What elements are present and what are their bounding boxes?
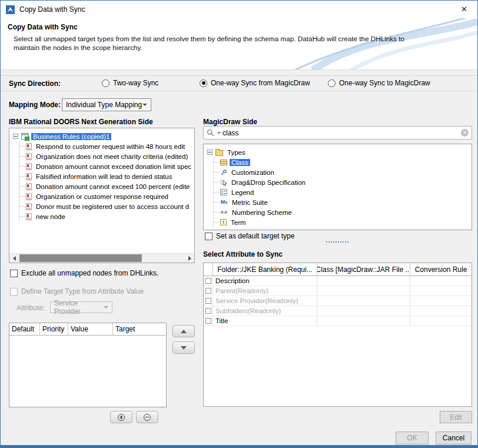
tree-item[interactable]: Organization does not meet charity crite… [19,151,194,161]
clear-search-icon[interactable]: ✕ [461,129,469,137]
tree-item[interactable]: Organization or customer response requir… [19,191,194,201]
scroll-right-button[interactable] [185,254,194,263]
radio-icon-selected[interactable] [200,79,207,87]
tree-item-customization[interactable]: Customization [214,167,472,177]
exclude-unmapped-checkbox[interactable] [10,270,18,277]
page-title: Copy Data with Sync [8,23,78,31]
radio-icon[interactable] [102,79,109,87]
requirement-icon [26,163,32,170]
default-target-type-checkbox[interactable] [205,233,213,240]
radio-icon[interactable] [328,79,336,87]
tree-item-legend[interactable]: Legend [214,187,472,197]
value-target-table-header: Default Priority Value Target [9,323,166,336]
tree-item-class[interactable]: Class [214,157,472,167]
default-target-type-label: Set as default target type [216,232,294,240]
cancel-button[interactable]: Cancel [436,432,472,444]
default-target-type-checkbox-row[interactable]: Set as default target type [205,232,294,240]
numbering-scheme-icon: #-# [220,209,228,215]
move-down-button[interactable] [172,341,195,354]
legend-icon [220,189,227,195]
doors-tree-children: Respond to customer request within 48 ho… [19,141,194,221]
tree-root-types[interactable]: Types [207,147,472,157]
class-icon [220,160,227,165]
attribute-value: Service Provider [54,299,104,316]
plus-icon [118,414,125,421]
doors-side-heading: IBM Rational DOORS Next Generation Side [9,118,153,126]
define-target-type-checkbox[interactable] [10,288,18,296]
define-target-type-checkbox-row[interactable]: Define Target Type from Attribute Value [10,287,144,296]
tree-item[interactable]: Donor must be registered user to access … [19,201,194,211]
col-header-folder[interactable]: Folder::/JKE Banking (Requi... [213,263,317,276]
search-scope-chevron-icon[interactable] [217,132,221,134]
folder-icon [215,150,223,156]
add-row-button[interactable] [110,411,132,423]
ok-button[interactable]: OK [396,432,429,444]
doors-tree-panel: Business Rules (copied)1 Respond to cust… [9,128,195,263]
attribute-table-header: Folder::/JKE Banking (Requi... Class [Ma… [204,263,472,276]
search-input[interactable] [223,129,461,137]
mapping-mode-select[interactable]: Individual Type Mapping [62,98,151,111]
types-tree-panel: Types Class Customization [203,144,472,230]
down-arrow-icon [181,346,187,350]
tree-root-business-rules[interactable]: Business Rules (copied)1 [13,131,194,141]
tree-item-dragdrop-specification[interactable]: Drag&Drop Specification [214,177,472,187]
col-header-value[interactable]: Value [68,323,113,336]
exclude-unmapped-label: Exclude all unmapped nodes from DHLinks. [21,269,158,277]
scrollbar-thumb[interactable] [19,254,142,262]
scroll-left-button[interactable] [9,254,19,263]
col-header-default[interactable]: Default [9,323,40,336]
title-bar: Copy Data with Sync ✕ [1,1,477,18]
attr-row-checkbox[interactable] [205,318,211,324]
radio-one-way-from-magicdraw[interactable]: One-way Sync from MagicDraw [200,79,310,87]
attr-row-checkbox[interactable] [205,298,211,304]
radio-one-way-to-magicdraw[interactable]: One-way Sync to MagicDraw [328,79,430,87]
value-target-table: Default Priority Value Target [9,323,167,407]
tree-item[interactable]: Donation amount cannot exceed 100 percen… [19,181,194,191]
attr-row-service-provider[interactable]: Service Provider(Readonly) [204,296,472,306]
dotted-splitter-handle[interactable] [326,241,348,243]
doors-module-icon [21,133,29,140]
move-up-button[interactable] [172,325,195,337]
edit-button[interactable]: Edit [440,411,472,423]
attr-row-checkbox[interactable] [205,288,211,294]
attr-row-checkbox[interactable] [205,278,211,284]
tree-item-numbering-scheme[interactable]: #-# Numbering Scheme [214,207,472,217]
attr-row-description[interactable]: Description [204,276,472,286]
chevron-down-icon [104,306,108,308]
remove-row-button[interactable] [136,411,158,423]
radio-label: One-way Sync to MagicDraw [339,79,430,87]
attr-table-header-checkbox-col[interactable] [204,263,213,276]
tree-root-label[interactable]: Business Rules (copied)1 [31,133,111,140]
tree-item[interactable]: new node [19,211,194,221]
col-header-class[interactable]: Class [MagicDraw::JAR File ... [317,263,410,276]
mapping-mode-label: Mapping Mode: [9,101,61,109]
attr-row-parent[interactable]: Parent(Readonly) [204,286,472,296]
requirement-icon [26,203,32,210]
attribute-label: Attribute: [16,304,45,312]
col-header-target[interactable]: Target [113,323,166,336]
attr-row-title[interactable]: Title [204,316,472,326]
collapse-icon[interactable] [207,150,213,155]
attribute-select[interactable]: Service Provider [50,301,112,313]
tree-item-term[interactable]: t Term [214,217,472,227]
tree-item-metric-suite[interactable]: Ms Metric Suite [214,197,472,207]
radio-two-way-sync[interactable]: Two-way Sync [102,79,158,87]
app-icon [5,5,15,15]
attr-row-checkbox[interactable] [205,308,211,314]
chevron-down-icon [142,104,147,106]
customization-icon [220,169,227,176]
tree-root-label[interactable]: Types [225,149,247,156]
col-header-conversion-rule[interactable]: Conversion Rule [410,263,472,276]
col-header-priority[interactable]: Priority [40,323,68,336]
types-tree-children: Class Customization Drag&D [213,157,472,227]
attr-row-subfolders[interactable]: Subfolders(Readonly) [204,306,472,316]
requirement-icon [26,193,32,200]
exclude-unmapped-checkbox-row[interactable]: Exclude all unmapped nodes from DHLinks. [10,269,158,277]
tree-item[interactable]: Donation amount cannot exceed donation l… [19,161,194,171]
tree-item[interactable]: Falsified information will lead to denie… [19,171,194,181]
tree-item[interactable]: Respond to customer request within 48 ho… [19,141,194,151]
radio-label: Two-way Sync [113,79,158,87]
collapse-icon[interactable] [13,134,18,139]
close-button[interactable]: ✕ [451,1,477,18]
horizontal-scrollbar[interactable] [9,253,194,263]
